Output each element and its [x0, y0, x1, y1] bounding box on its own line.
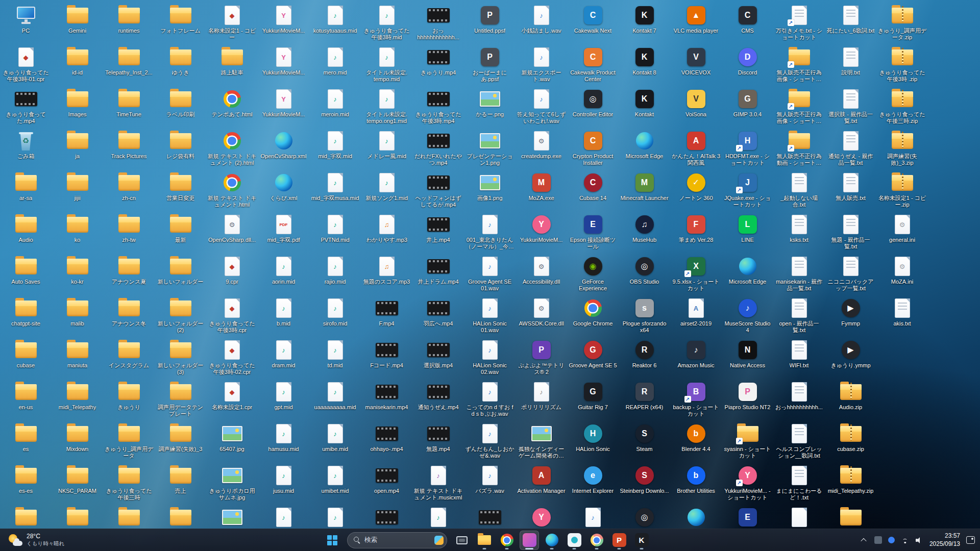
desktop-icon[interactable]: ♪ずんだもん_しおかぜ&.wav: [465, 422, 515, 459]
wifi-icon[interactable]: [901, 537, 910, 543]
desktop-icon[interactable]: ♪小銭詰まし.wav: [517, 4, 567, 34]
desktop-icon[interactable]: [53, 506, 103, 530]
desktop-icon[interactable]: ko: [53, 213, 103, 243]
desktop-icon[interactable]: きゅうり食ってた午後三時.zip: [877, 88, 927, 124]
desktop-icon[interactable]: インスタグラム: [104, 339, 154, 369]
desktop-icon[interactable]: YYukkuriMovieM...: [259, 46, 309, 76]
desktop-icon[interactable]: きゅうり: [104, 381, 154, 411]
desktop-icon[interactable]: jijii: [53, 171, 103, 202]
desktop-icon[interactable]: runtimes: [104, 4, 154, 34]
desktop-icon[interactable]: アナウンス冬: [104, 297, 154, 327]
desktop-icon[interactable]: ▲VLC media player: [671, 4, 721, 34]
desktop-icon[interactable]: [156, 506, 206, 530]
desktop-icon[interactable]: Aairset2-2019: [671, 297, 721, 327]
desktop-icon[interactable]: だれだFXいれたやつ.mp4: [413, 130, 463, 166]
desktop-icon[interactable]: OpenCvSharp.xml: [259, 130, 309, 160]
desktop-icon[interactable]: KKontakt 8: [620, 46, 670, 76]
taskbar-app-task-view[interactable]: [452, 531, 472, 550]
weather-widget[interactable]: 28°C くもり時々晴れ: [4, 529, 68, 551]
desktop-icon[interactable]: PPiapro Studio NT2: [723, 381, 773, 411]
taskbar-clock[interactable]: 23:57 2025/09/13: [929, 532, 960, 548]
desktop-icon[interactable]: 最新: [156, 213, 206, 243]
desktop-icon[interactable]: きゅうり.mp4: [413, 46, 463, 76]
notification-icon[interactable]: [966, 536, 975, 544]
desktop-icon[interactable]: きゅうり食ってた.mp4: [1, 88, 51, 124]
desktop-icon[interactable]: Aかんたん！AITalk 3 関西風: [671, 130, 721, 166]
desktop-icon[interactable]: かるー.png: [465, 88, 515, 118]
desktop-icon[interactable]: ♫わかりやす.mp3: [362, 213, 412, 243]
desktop-icon[interactable]: ♪001_東北きりたん（ノーマル）_今しゃ...: [465, 213, 515, 250]
desktop-icon[interactable]: [362, 506, 412, 530]
desktop-icon[interactable]: ゆうき: [156, 46, 206, 76]
desktop-icon[interactable]: ♪umibe.mid: [310, 422, 360, 453]
desktop-icon[interactable]: 選択版.mp4: [413, 339, 463, 369]
desktop-icon[interactable]: _起動しない場合.txt: [774, 171, 824, 208]
desktop-icon[interactable]: maniuta: [53, 339, 103, 369]
desktop-icon[interactable]: malib: [53, 297, 103, 327]
desktop-icon[interactable]: MMinecraft Launcher: [620, 171, 670, 202]
desktop-icon[interactable]: フォトフレーム: [156, 4, 206, 34]
desktop-icon[interactable]: ⚙general.ini: [877, 213, 927, 243]
desktop-icon[interactable]: eInternet Explorer: [568, 464, 618, 494]
desktop-icon[interactable]: ♪PVTNd.mid: [310, 213, 360, 243]
desktop-icon[interactable]: きゅうり食ってた午後3時.mp4: [413, 88, 463, 124]
desktop-icon[interactable]: ♪: [568, 506, 618, 530]
desktop-icon[interactable]: B↗backup - ショートカット: [671, 381, 721, 417]
desktop-icon[interactable]: きゅうりポカロ用サムネ.jpg: [207, 464, 257, 501]
desktop-icon[interactable]: ♪jusu.mid: [259, 464, 309, 494]
desktop-icon[interactable]: ♫無題のスコア.mp3: [362, 255, 412, 285]
desktop-icon[interactable]: H↗HDDFMT.exe - ショートカット: [723, 130, 773, 166]
desktop-icon[interactable]: [104, 506, 154, 530]
desktop-icon[interactable]: ♪HALion Sonic 02.wav: [465, 339, 515, 375]
desktop-icon[interactable]: 新規 テキスト ドキュメント (2).html: [207, 130, 257, 166]
desktop-icon[interactable]: es-es: [1, 464, 51, 494]
desktop-icon[interactable]: ♪kotusytuaaus.mid: [310, 4, 360, 34]
search-highlights-icon[interactable]: [434, 536, 444, 545]
desktop-icon[interactable]: CCakewalk Next: [568, 4, 618, 34]
desktop-icon[interactable]: akis.txt: [877, 297, 927, 327]
desktop-icon[interactable]: 営業日変更: [156, 171, 206, 202]
desktop-icon[interactable]: RReaktor 6: [620, 339, 670, 369]
desktop-icon[interactable]: 無題.mp4: [413, 422, 463, 453]
taskbar-app-browser-profile[interactable]: [587, 531, 606, 550]
desktop-icon[interactable]: まにまにこわーるど！.txt: [774, 464, 824, 501]
desktop-icon[interactable]: PDFmid_字双.pdf: [259, 213, 309, 243]
desktop-icon[interactable]: ◆きゅうり食ってた午後3時-01.cpr: [1, 46, 51, 83]
desktop-icon[interactable]: TimeTune: [104, 88, 154, 118]
desktop-icon[interactable]: 通知うぜえ.mp4: [413, 381, 463, 411]
desktop-icon[interactable]: ohhayo-.mp4: [362, 422, 412, 453]
desktop-icon[interactable]: 調声練習(失敗)_3: [156, 422, 206, 453]
desktop-icon[interactable]: bBlender 4.4: [671, 422, 721, 453]
desktop-icon[interactable]: きゅうり_調声用データ: [104, 422, 154, 459]
desktop-icon[interactable]: YYukkuriMovieM...: [259, 4, 309, 34]
desktop-icon[interactable]: KKontakt 7: [620, 4, 670, 34]
desktop-icon[interactable]: CCubase 14: [568, 171, 618, 202]
desktop-icon[interactable]: zh-tw: [104, 213, 154, 243]
desktop-icon[interactable]: CCakewalk Product Center: [568, 46, 618, 83]
desktop-icon[interactable]: J↗JQuake.exe - ショートカット: [723, 171, 773, 208]
desktop-icon[interactable]: X↗9.5.xlsx - ショートカット: [671, 255, 721, 292]
desktop-icon[interactable]: ♪mid_字双.mid: [310, 130, 360, 160]
desktop-icon[interactable]: E: [723, 506, 773, 530]
desktop-icon[interactable]: manisekarin - 親作品一覧.txt: [774, 255, 824, 292]
taskbar-app-file-explorer[interactable]: [475, 531, 494, 550]
desktop-icon[interactable]: CCMS: [723, 4, 773, 34]
desktop-icon[interactable]: ↗無人販売不正行為 動画 - ショートカット: [774, 130, 824, 166]
desktop-icon[interactable]: ♪メドレー風.mid: [362, 130, 412, 160]
desktop-icon[interactable]: ♪新規エクスポート.wav: [517, 46, 567, 83]
desktop-icon[interactable]: ▶きゅうり.ymmp: [826, 339, 876, 369]
desktop-icon[interactable]: 死にたい_6歌詞.txt: [826, 4, 876, 34]
desktop-icon[interactable]: [671, 506, 721, 530]
desktop-icon[interactable]: manisekarin.mp4: [362, 381, 412, 411]
desktop-icon[interactable]: アナウンス夏: [104, 255, 154, 285]
desktop-icon[interactable]: RREAPER (x64): [620, 381, 670, 411]
desktop-icon[interactable]: 調声用データテンプレート: [156, 381, 206, 417]
desktop-icon[interactable]: ラベル印刷: [156, 88, 206, 118]
desktop-icon[interactable]: おっhhhhhhhhhh...: [774, 381, 824, 411]
desktop-icon[interactable]: ✓ノートン 360: [671, 171, 721, 202]
desktop-icon[interactable]: 井上.mp4: [413, 213, 463, 243]
desktop-icon[interactable]: 新しいフォルダー (2): [156, 297, 206, 334]
desktop-icon[interactable]: ◆名称未設定1 - コピー: [207, 4, 257, 41]
desktop-icon[interactable]: ♪きゅうり食ってた午後3時.mid: [362, 4, 412, 41]
desktop-icon[interactable]: PUntitled.ppsf: [465, 4, 515, 34]
